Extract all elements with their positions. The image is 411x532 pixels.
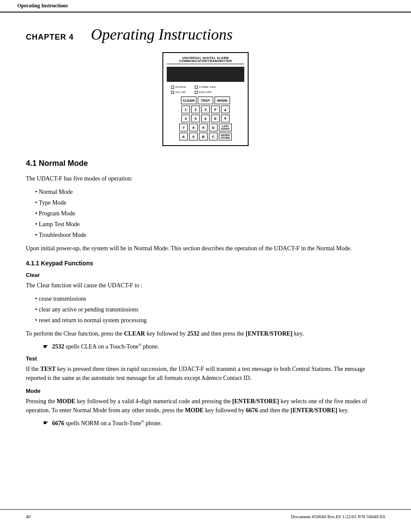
- clear-note-end: phone.: [141, 343, 159, 350]
- mode-body-mid: key followed by a valid 4-digit numerica…: [75, 398, 232, 404]
- power-indicator-box: [171, 86, 174, 89]
- chapter-heading: CHAPTER 4 Operating Instructions: [26, 25, 385, 44]
- clear-item-2: clear any active or pending transmission…: [39, 305, 385, 314]
- mode-body-pre: Pressing the: [26, 398, 57, 404]
- device-indicators-row1: POWER COMM. FAIL: [167, 85, 244, 89]
- clear-instr-code: 2532: [187, 330, 199, 337]
- indicator-comm-fail: COMM. FAIL: [195, 85, 217, 89]
- mode-item-1: Normal Mode: [39, 187, 385, 196]
- page-header: Operating Instructions: [0, 0, 411, 12]
- key-c[interactable]: C: [209, 133, 218, 140]
- test-body-mid: key is pressed three times in rapid succ…: [26, 366, 365, 381]
- mode-body-final: key.: [337, 407, 349, 414]
- modes-list: Normal Mode Type Mode Program Mode Lamp …: [39, 187, 385, 240]
- key-7[interactable]: 7: [179, 124, 188, 131]
- comm-fail-indicator-box: [195, 86, 198, 89]
- test-heading: Test: [26, 355, 385, 362]
- device-image: UNIVERSAL DIGITAL ALARM COMMUNICATOR/TRA…: [26, 52, 385, 146]
- clear-instr-key2: [ENTER/STORE]: [246, 330, 293, 337]
- key-clear[interactable]: CLEAR: [181, 96, 196, 104]
- key-5[interactable]: 5: [191, 115, 200, 122]
- clear-note-arrow: ☛: [43, 343, 49, 350]
- mode-body-end: and then the: [258, 407, 290, 414]
- footer-doc-info: Document #50049 Rev.E0 1/22/01 P/N 50049…: [291, 514, 385, 519]
- device-title: UNIVERSAL DIGITAL ALARM COMMUNICATOR/TRA…: [167, 56, 244, 64]
- clear-heading: Clear: [26, 272, 385, 278]
- key-3[interactable]: 3: [201, 106, 210, 113]
- key-down[interactable]: ▼: [221, 115, 230, 122]
- clear-note-text: 2532 spells CLEA on a Touch-Tone® phone.: [52, 342, 159, 350]
- key-test[interactable]: TEST: [198, 96, 213, 104]
- clear-instr-mid: key followed by: [145, 330, 187, 337]
- comm-fail-label: COMM. FAIL: [199, 85, 217, 89]
- mode-note-item: ☛ 6676 spells NORM on a Touch-Tone® phon…: [43, 419, 385, 427]
- section-41-body: Upon initial power-up, the system will b…: [26, 244, 385, 253]
- header-text: Operating Instructions: [17, 3, 68, 9]
- key-f[interactable]: F: [211, 106, 220, 113]
- mode-item-3: Program Mode: [39, 209, 385, 218]
- clear-instr-key: CLEAR: [124, 330, 145, 337]
- keypad-row-1: 1 2 3 F ▲: [167, 106, 244, 113]
- mode-body-key3: MODE: [185, 407, 204, 414]
- clear-instr-pre: To perform the Clear function, press the: [26, 330, 124, 337]
- page-footer: 40 Document #50049 Rev.E0 1/22/01 P/N 50…: [0, 509, 411, 523]
- clear-instruction-para: To perform the Clear function, press the…: [26, 329, 385, 338]
- eia485-indicator-box: [171, 91, 174, 94]
- test-body-pre: If the: [26, 366, 40, 372]
- mode-item-4: Lamp Test Mode: [39, 220, 385, 229]
- key-b[interactable]: B: [199, 133, 208, 140]
- clear-instr-end: and then press the: [199, 330, 246, 337]
- indicator-eia485: EIA-485: [171, 90, 186, 94]
- key-a[interactable]: A: [179, 133, 188, 140]
- key-1[interactable]: 1: [181, 106, 190, 113]
- clear-note-code: 2532: [52, 343, 64, 350]
- test-body-key: TEST: [40, 366, 56, 372]
- key-2[interactable]: 2: [191, 106, 200, 113]
- mode-heading: Mode: [26, 388, 385, 394]
- keypad-row-4: A 0 B C ENTER STORE: [167, 133, 244, 140]
- mode-body-mid3: key followed by: [204, 407, 246, 414]
- key-mode[interactable]: MODE: [215, 96, 230, 104]
- mode-body-key2: [ENTER/STORE]: [232, 398, 279, 404]
- key-up[interactable]: ▲: [221, 106, 230, 113]
- mode-note-end: phone.: [144, 420, 162, 426]
- keypad-row-2: 4 5 6 E ▼: [167, 115, 244, 122]
- mode-note-text: 6676 spells NORM on a Touch-Tone® phone.: [52, 419, 162, 427]
- mode-note-mid: spells NORM on a Touch-Tone: [64, 420, 141, 426]
- eia485-label: EIA-485: [175, 90, 186, 94]
- indicator-kiss-off: KISS OFF: [195, 90, 212, 94]
- key-enter-store[interactable]: ENTER STORE: [219, 133, 232, 140]
- mode-body-key4: [ENTER/STORE]: [290, 407, 337, 414]
- mode-note-code: 6676: [52, 420, 64, 426]
- mode-item-2: Type Mode: [39, 198, 385, 207]
- kiss-off-label: KISS OFF: [199, 90, 212, 94]
- indicator-power: POWER: [171, 85, 186, 89]
- test-body-para: If the TEST key is pressed three times i…: [26, 364, 385, 383]
- key-d[interactable]: D: [209, 124, 218, 131]
- clear-note-item: ☛ 2532 spells CLEA on a Touch-Tone® phon…: [43, 342, 385, 350]
- clear-item-1: cease transmissions: [39, 294, 385, 303]
- mode-item-5: Troubleshoot Mode: [39, 230, 385, 240]
- mode-body-code: 6676: [246, 407, 258, 414]
- key-8[interactable]: 8: [189, 124, 198, 131]
- key-last-event[interactable]: LAST EVENT: [219, 124, 232, 131]
- power-label: POWER: [175, 85, 186, 89]
- clear-body: The Clear function will cause the UDACT-…: [26, 281, 385, 290]
- key-e[interactable]: E: [211, 115, 220, 122]
- mode-body-key: MODE: [57, 398, 76, 404]
- kiss-off-indicator-box: [195, 91, 198, 94]
- page-number: 40: [26, 514, 31, 519]
- key-4[interactable]: 4: [181, 115, 190, 122]
- section-411-heading: 4.1.1 Keypad Functions: [26, 260, 385, 267]
- key-6[interactable]: 6: [201, 115, 210, 122]
- keypad-row-3: 7 8 9 D LAST EVENT: [167, 124, 244, 131]
- key-0[interactable]: 0: [189, 133, 198, 140]
- key-9[interactable]: 9: [199, 124, 208, 131]
- mode-note-arrow: ☛: [43, 419, 49, 426]
- section-41-intro: The UDACT-F has five modes of operation:: [26, 174, 385, 183]
- keypad-row-top: CLEAR TEST MODE: [167, 96, 244, 104]
- section-41-heading: 4.1 Normal Mode: [26, 159, 385, 168]
- mode-body-para: Pressing the MODE key followed by a vali…: [26, 397, 385, 415]
- chapter-label: CHAPTER 4: [26, 33, 74, 42]
- clear-item-3: reset and return to normal system proces…: [39, 316, 385, 325]
